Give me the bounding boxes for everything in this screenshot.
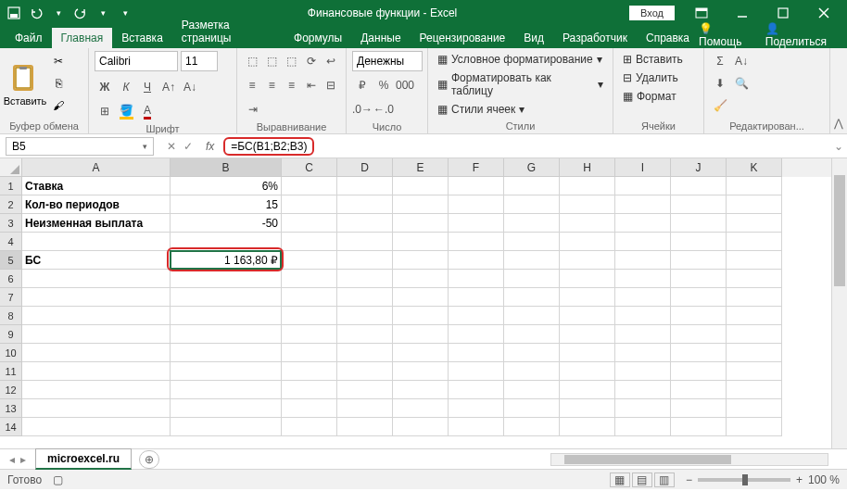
cell[interactable] (615, 418, 671, 436)
align-center-icon[interactable]: ≡ (262, 75, 281, 95)
cell[interactable]: 6% (171, 177, 282, 195)
column-header[interactable]: C (282, 158, 337, 177)
cell[interactable] (393, 251, 449, 270)
cell[interactable] (727, 177, 782, 195)
cell[interactable] (727, 214, 782, 233)
cell[interactable] (449, 251, 504, 270)
cell[interactable] (671, 307, 727, 325)
cell[interactable] (671, 214, 727, 233)
cell[interactable] (671, 233, 727, 251)
cell[interactable] (282, 307, 337, 325)
share-button[interactable]: 👤 Поделиться (765, 22, 838, 48)
cell[interactable] (449, 233, 504, 251)
cell[interactable] (282, 177, 337, 195)
cell[interactable] (337, 270, 393, 288)
row-header[interactable]: 4 (0, 233, 22, 251)
cell-styles-button[interactable]: ▦Стили ячеек▾ (434, 101, 607, 118)
cell[interactable] (337, 195, 393, 214)
cell[interactable] (449, 195, 504, 214)
view-layout-icon[interactable]: ▤ (632, 472, 652, 487)
align-right-icon[interactable]: ≡ (282, 75, 300, 95)
cell[interactable] (171, 381, 282, 399)
cell[interactable] (171, 307, 282, 325)
font-shrink-icon[interactable]: A↓ (180, 77, 200, 97)
login-button[interactable]: Вход (629, 6, 675, 20)
paste-button[interactable]: Вставить (6, 51, 44, 119)
column-header[interactable]: A (22, 158, 171, 177)
name-box[interactable]: B5▾ (6, 137, 154, 156)
vertical-scrollbar[interactable] (831, 158, 847, 448)
cell[interactable] (615, 195, 671, 214)
cell[interactable] (22, 344, 171, 362)
cell[interactable] (282, 325, 337, 344)
cell[interactable]: 15 (171, 195, 282, 214)
cell[interactable]: Кол-во периодов (22, 195, 171, 214)
cell[interactable] (449, 344, 504, 362)
merge-icon[interactable]: ⊟ (322, 75, 340, 95)
underline-icon[interactable]: Ч (137, 77, 158, 97)
cell[interactable] (615, 214, 671, 233)
cell[interactable] (615, 177, 671, 195)
cell[interactable] (282, 344, 337, 362)
cell[interactable] (393, 307, 449, 325)
cell[interactable]: 1 163,80 ₽ (171, 251, 282, 270)
cell[interactable] (337, 399, 393, 418)
cell[interactable] (22, 399, 171, 418)
indent-inc-icon[interactable]: ⇥ (243, 99, 263, 120)
cell[interactable] (504, 214, 560, 233)
cell[interactable] (504, 195, 560, 214)
view-pagebreak-icon[interactable]: ▥ (654, 472, 675, 487)
cell[interactable] (337, 381, 393, 399)
cell[interactable] (393, 381, 449, 399)
cell[interactable] (393, 177, 449, 195)
wrap-text-icon[interactable]: ↩ (322, 51, 340, 71)
cell[interactable] (671, 325, 727, 344)
tab-review[interactable]: Рецензирование (411, 28, 515, 48)
cell[interactable] (282, 214, 337, 233)
cell[interactable] (615, 344, 671, 362)
currency-icon[interactable]: ₽ (352, 75, 373, 95)
cell[interactable] (727, 288, 782, 307)
row-header[interactable]: 8 (0, 307, 22, 325)
cell[interactable] (560, 307, 615, 325)
cell[interactable] (22, 362, 171, 381)
cell[interactable] (727, 418, 782, 436)
orientation-icon[interactable]: ⟳ (302, 51, 321, 71)
clear-icon[interactable]: 🧹 (710, 95, 730, 116)
format-painter-icon[interactable]: 🖌 (48, 95, 69, 116)
cell[interactable] (727, 233, 782, 251)
cell[interactable] (337, 362, 393, 381)
cell[interactable] (727, 362, 782, 381)
tab-help[interactable]: Справка (637, 28, 699, 48)
tab-home[interactable]: Главная (52, 28, 113, 48)
collapse-ribbon-icon[interactable]: ⋀ (830, 48, 847, 133)
sheet-nav-first-icon[interactable]: ◂ (9, 453, 15, 466)
tellme-icon[interactable]: 💡 Помощь (699, 22, 754, 48)
cell[interactable] (393, 195, 449, 214)
cell[interactable] (22, 325, 171, 344)
cell[interactable] (282, 195, 337, 214)
column-header[interactable]: J (671, 158, 727, 177)
cut-icon[interactable]: ✂ (48, 51, 69, 71)
cell[interactable] (727, 307, 782, 325)
indent-dec-icon[interactable]: ⇤ (302, 75, 321, 95)
cell[interactable] (727, 251, 782, 270)
cell[interactable] (615, 325, 671, 344)
cell[interactable] (449, 362, 504, 381)
cell[interactable] (337, 288, 393, 307)
row-header[interactable]: 5 (0, 251, 22, 270)
cell[interactable] (727, 381, 782, 399)
cell[interactable] (671, 344, 727, 362)
column-header[interactable]: G (504, 158, 560, 177)
cell[interactable] (393, 418, 449, 436)
cell[interactable] (560, 418, 615, 436)
cell[interactable] (282, 399, 337, 418)
cell[interactable] (727, 195, 782, 214)
column-header[interactable]: I (615, 158, 671, 177)
decimal-dec-icon[interactable]: ←.0 (373, 99, 394, 120)
zoom-out-icon[interactable]: − (686, 473, 692, 486)
cell[interactable] (282, 233, 337, 251)
cell[interactable] (22, 307, 171, 325)
column-header[interactable]: F (449, 158, 504, 177)
cell[interactable] (615, 251, 671, 270)
